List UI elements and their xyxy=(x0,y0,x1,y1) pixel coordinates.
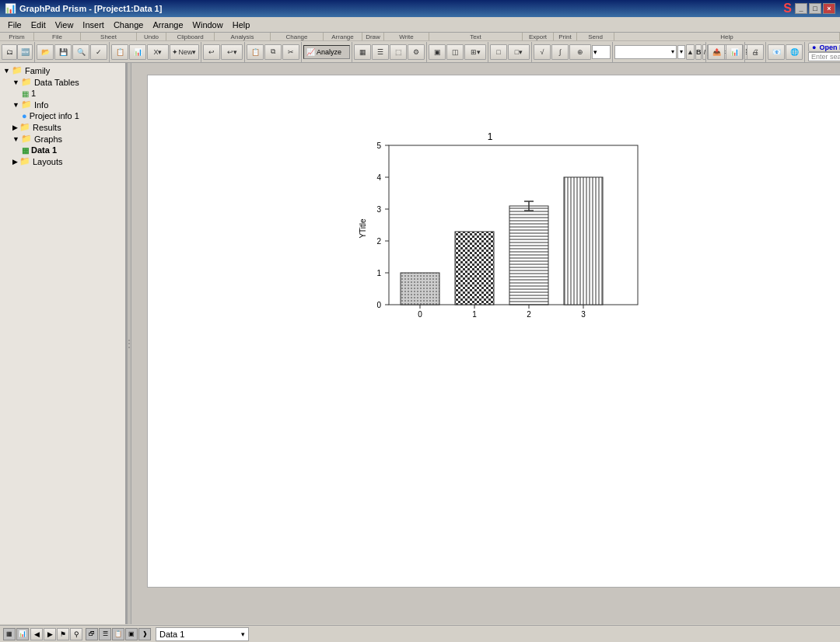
view-icon-2[interactable]: ☰ xyxy=(99,628,111,640)
tb-paste-btn[interactable]: 📋 xyxy=(247,44,264,60)
menu-insert[interactable]: Insert xyxy=(78,19,109,31)
graphs-label: Graphs xyxy=(34,134,62,144)
tb-change1-btn[interactable]: ▦ xyxy=(354,44,371,60)
tb-font-select[interactable]: ▾ xyxy=(614,45,677,59)
view-icon-3[interactable]: 📋 xyxy=(112,628,124,640)
tb-analyze-btn[interactable]: 📈 Analyze xyxy=(303,45,350,59)
menubar: File Edit View Insert Change Arrange Win… xyxy=(0,17,840,33)
toolbar-area: Prism File Sheet Undo Clipboard Analysis… xyxy=(0,33,840,63)
tb-label-undo: Undo xyxy=(137,33,166,40)
table-icon: ▦ xyxy=(22,89,29,98)
svg-rect-32 xyxy=(401,273,439,305)
expand-icon: ▼ xyxy=(3,67,10,75)
tb-redo-btn[interactable]: ↩▾ xyxy=(221,44,243,60)
tb-save-btn[interactable]: 💾 xyxy=(54,44,72,60)
tb-write2-btn[interactable]: ∫ xyxy=(551,44,569,60)
tb-sheet1-btn[interactable]: 📋 xyxy=(111,44,128,60)
nav-next-btn[interactable]: ▶ xyxy=(44,628,56,640)
tb-arrow-up-btn[interactable]: ▲ xyxy=(686,44,695,60)
tb-write1-btn[interactable]: √ xyxy=(534,44,551,60)
tb-prism-icon1[interactable]: 🗂 xyxy=(2,44,17,60)
tb-checkmark-btn[interactable]: ✓ xyxy=(90,44,107,60)
tb-write4-input[interactable]: ▾ xyxy=(592,45,611,59)
tb-search-btn[interactable]: 🔍 xyxy=(72,44,89,60)
toolbar-buttons-row: 🗂 🆕 📂 💾 🔍 ✓ 📋 📊 X▾ ✦New▾ ↩ ↩▾ 📋 ⧉ ✂ xyxy=(0,41,840,63)
bar-chart[interactable]: 1 0 1 2 3 4 5 YTitle xyxy=(358,126,653,344)
tb-sheet2-btn[interactable]: 📊 xyxy=(129,44,146,60)
sidebar-item-results[interactable]: ▶ 📁 Results xyxy=(9,121,125,133)
tb-label-help: Help xyxy=(614,33,840,40)
tb-new-btn[interactable]: ✦New▾ xyxy=(170,44,199,60)
graph-page[interactable]: 1 0 1 2 3 4 5 YTitle xyxy=(147,75,840,588)
tb-write3-btn[interactable]: ⊕ xyxy=(569,44,591,60)
menu-change[interactable]: Change xyxy=(109,19,149,31)
tb-draw2-btn[interactable]: □▾ xyxy=(508,44,530,60)
sidebar-item-info[interactable]: ▼ 📁 Info xyxy=(9,99,125,110)
nav-search-btn[interactable]: ⚲ xyxy=(70,628,82,640)
tb-sheet3-btn[interactable]: X▾ xyxy=(147,44,169,60)
svg-text:0: 0 xyxy=(418,310,422,319)
tb-change2-btn[interactable]: ☰ xyxy=(372,44,389,60)
tb-label-sheet: Sheet xyxy=(81,33,137,40)
statusbar: ▦ 📊 ◀ ▶ ⚑ ⚲ 🗗 ☰ 📋 ▣ ❱ Data 1 ▾ xyxy=(0,625,840,642)
sidebar-item-family[interactable]: ▼ 📁 Family xyxy=(0,65,125,76)
menu-edit[interactable]: Edit xyxy=(26,19,51,31)
tb-size-select[interactable]: ▾ xyxy=(677,45,685,59)
sidebar-item-graphs[interactable]: ▼ 📁 Graphs xyxy=(9,133,125,145)
tb-bold-btn[interactable]: B xyxy=(695,44,702,60)
svg-text:0: 0 xyxy=(376,301,381,309)
tb-change3-btn[interactable]: ⬚ xyxy=(390,44,407,60)
sidebar-item-project-info[interactable]: ● Project info 1 xyxy=(19,110,125,121)
menu-view[interactable]: View xyxy=(51,19,79,31)
results-label: Results xyxy=(33,123,61,132)
tb-print-btn[interactable]: 🖨 xyxy=(747,44,764,60)
sidebar-item-data-tables[interactable]: ▼ 📁 Data Tables xyxy=(9,76,125,88)
tb-copy-btn[interactable]: ⧉ xyxy=(264,44,282,60)
tb-label-text: Text xyxy=(429,33,523,40)
sidebar-item-layouts[interactable]: ▶ 📁 Layouts xyxy=(9,155,125,167)
maximize-button[interactable]: □ xyxy=(809,3,821,14)
menu-file[interactable]: File xyxy=(3,19,26,31)
open-prism-help-button[interactable]: ● Open Prism Help xyxy=(808,43,840,52)
nav-prev-btn[interactable]: ◀ xyxy=(30,628,43,640)
tb-draw1-btn[interactable]: □ xyxy=(490,44,507,60)
tb-undo-btn[interactable]: ↩ xyxy=(203,44,220,60)
status-icon-2[interactable]: 📊 xyxy=(16,628,29,640)
svg-text:YTitle: YTitle xyxy=(359,218,367,239)
nav-bookmark-btn[interactable]: ⚑ xyxy=(57,628,69,640)
tb-send2-btn[interactable]: 🌐 xyxy=(786,44,803,60)
sheet-selector-dropdown[interactable]: Data 1 ▾ xyxy=(156,627,249,641)
table-1-label: 1 xyxy=(31,89,36,98)
tb-export1-btn[interactable]: 📤 xyxy=(708,44,725,60)
tb-arrange3-btn[interactable]: ⊞▾ xyxy=(464,44,486,60)
tb-send1-btn[interactable]: 📧 xyxy=(768,44,785,60)
tb-label-clipboard: Clipboard xyxy=(166,33,215,40)
status-icon-1[interactable]: ▦ xyxy=(3,628,16,640)
data-tables-label: Data Tables xyxy=(34,78,79,87)
view-icon-5[interactable]: ❱ xyxy=(138,628,151,640)
tb-export2-btn[interactable]: 📊 xyxy=(726,44,743,60)
tb-arrange1-btn[interactable]: ▣ xyxy=(429,44,446,60)
tb-arrange2-btn[interactable]: ◫ xyxy=(446,44,464,60)
tb-prism-icon2[interactable]: 🆕 xyxy=(17,44,33,60)
tb-change4-btn[interactable]: ⚙ xyxy=(408,44,425,60)
view-icon-1[interactable]: 🗗 xyxy=(86,628,98,640)
menu-arrange[interactable]: Arrange xyxy=(148,19,187,31)
tb-cut-btn[interactable]: ✂ xyxy=(282,44,299,60)
dropdown-arrow-icon: ▾ xyxy=(241,630,245,638)
svg-text:3: 3 xyxy=(376,205,381,214)
sidebar-item-data-1[interactable]: ▦ Data 1 xyxy=(19,145,125,155)
help-search-input[interactable]: Enter search terms ▶ xyxy=(808,52,840,61)
close-button[interactable]: × xyxy=(823,3,835,14)
sidebar-item-table-1[interactable]: ▦ 1 xyxy=(19,88,125,99)
svg-text:2: 2 xyxy=(527,310,531,319)
view-icon-4[interactable]: ▣ xyxy=(125,628,138,640)
minimize-button[interactable]: _ xyxy=(795,3,807,14)
svg-rect-33 xyxy=(455,232,494,305)
menu-help[interactable]: Help xyxy=(228,19,255,31)
tb-open-btn[interactable]: 📂 xyxy=(37,44,54,60)
tb-label-change: Change xyxy=(271,33,324,40)
expand-icon: ▶ xyxy=(12,124,18,131)
folder-icon: 📁 xyxy=(19,156,30,166)
menu-window[interactable]: Window xyxy=(188,19,228,31)
